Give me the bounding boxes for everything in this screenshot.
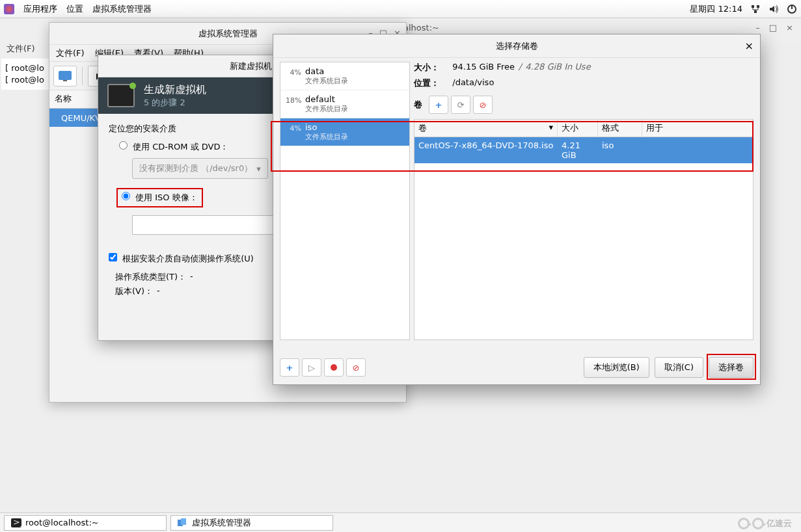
taskbar-terminal[interactable]: >_ root@localhost:~ [4, 515, 167, 531]
delete-pool-button[interactable]: ⊘ [346, 358, 366, 377]
size-sep: / [519, 62, 521, 73]
os-type-label: 操作系统类型(T)： [115, 271, 186, 283]
vmm-new-button[interactable] [53, 66, 77, 86]
volume-table: 卷▾ 大小 格式 用于 CentOS-7-x86_64-DVD-1708.iso… [414, 119, 753, 340]
delete-icon: ⊘ [480, 100, 487, 110]
vmm-icon [178, 518, 188, 527]
plus-icon: + [286, 363, 293, 373]
terminal-title: alhost:~ [403, 23, 439, 33]
pool-usage: 4% [286, 66, 301, 77]
menu-vmm[interactable]: 虚拟系统管理器 [92, 3, 152, 15]
os-version-label: 版本(V)： [115, 286, 153, 297]
size-free: 94.15 GiB Free [452, 62, 515, 73]
size-label: 大小： [414, 62, 439, 73]
col-size[interactable]: 大小 [558, 120, 598, 137]
cdrom-combo[interactable]: 没有探测到介质 （/dev/sr0） ▾ [132, 158, 268, 179]
delete-icon: ⊘ [353, 363, 360, 373]
os-version-value: - [157, 286, 160, 297]
terminal-icon: >_ [11, 518, 21, 527]
refresh-icon: ⟳ [457, 100, 465, 110]
radio-cdrom-label: 使用 CD-ROM 或 DVD： [133, 142, 228, 152]
location-label: 位置： [414, 77, 439, 89]
pool-item-data[interactable]: 4% data文件系统目录 [280, 62, 409, 90]
storage-dialog-title: 选择存储卷 [496, 40, 538, 52]
radio-iso-label: 使用 ISO 映像： [135, 193, 198, 202]
taskbar-label: root@localhost:~ [25, 518, 99, 527]
pool-name: iso [305, 122, 348, 132]
vol-usedby [642, 137, 753, 163]
taskbar: >_ root@localhost:~ 虚拟系统管理器 [0, 512, 801, 532]
pool-type: 文件系统目录 [305, 104, 348, 114]
choose-volume-button[interactable]: 选择卷 [709, 357, 753, 378]
col-volume[interactable]: 卷▾ [414, 120, 558, 137]
volumes-heading: 卷 [414, 99, 422, 111]
new-vm-title: 新建虚拟机 [230, 60, 272, 72]
vol-name: CentOS-7-x86_64-DVD-1708.iso [414, 137, 558, 163]
highlight-iso-option: 使用 ISO 映像： [116, 188, 203, 207]
power-icon[interactable] [787, 4, 797, 14]
col-format[interactable]: 格式 [598, 120, 642, 137]
pool-type: 文件系统目录 [305, 132, 348, 142]
add-pool-button[interactable]: + [280, 358, 299, 377]
separator [82, 67, 83, 85]
volume-row[interactable]: CentOS-7-x86_64-DVD-1708.iso 4.21 GiB is… [414, 137, 753, 163]
taskbar-label: 虚拟系统管理器 [192, 517, 251, 529]
svg-text:>_: >_ [13, 518, 21, 527]
volume-icon[interactable] [768, 4, 779, 14]
svg-rect-0 [752, 5, 754, 8]
new-vm-icon [107, 84, 135, 107]
new-volume-button[interactable]: + [429, 96, 448, 114]
delete-volume-button[interactable]: ⊘ [473, 96, 493, 114]
location-value: /data/viso [452, 77, 494, 89]
plus-icon: + [435, 100, 442, 110]
radio-cdrom[interactable]: 使用 CD-ROM 或 DVD： [119, 142, 228, 152]
os-type-value: - [190, 271, 193, 283]
autodetect-checkbox[interactable]: 根据安装介质自动侦测操作系统(U) [109, 254, 254, 263]
pool-name: default [305, 94, 348, 104]
refresh-volumes-button[interactable]: ⟳ [451, 96, 470, 114]
stop-pool-button[interactable] [324, 358, 344, 377]
browse-local-button[interactable]: 本地浏览(B) [584, 357, 649, 378]
new-vm-step: 5 的步骤 2 [144, 97, 206, 109]
pool-item-default[interactable]: 18% default文件系统目录 [280, 90, 409, 118]
svg-rect-6 [63, 80, 67, 81]
network-icon[interactable] [750, 4, 761, 14]
radio-iso[interactable]: 使用 ISO 映像： [122, 192, 198, 204]
storage-close-icon[interactable]: × [745, 40, 753, 52]
play-icon: ▷ [308, 363, 315, 373]
stop-icon [331, 364, 337, 371]
terminal-close-icon[interactable]: × [786, 23, 793, 33]
vmm-title: 虚拟系统管理器 [198, 28, 258, 40]
iso-path-input[interactable] [132, 215, 275, 235]
distro-icon [4, 4, 14, 14]
svg-rect-10 [181, 518, 186, 525]
menu-applications[interactable]: 应用程序 [23, 3, 57, 15]
size-used: 4.28 GiB In Use [525, 62, 590, 73]
terminal-file-menu[interactable]: 文件(F) [1, 40, 40, 57]
col-usedby[interactable]: 用于 [642, 120, 753, 137]
autodetect-label: 根据安装介质自动侦测操作系统(U) [122, 254, 254, 263]
start-pool-button[interactable]: ▷ [302, 358, 321, 377]
new-vm-header: 生成新虚拟机 [144, 83, 206, 97]
storage-pool-list: 4% data文件系统目录 18% default文件系统目录 4% iso文件… [280, 62, 410, 340]
terminal-min-icon[interactable]: – [755, 23, 760, 33]
storage-cancel-button[interactable]: 取消(C) [655, 357, 703, 378]
chevron-down-icon: ▾ [256, 164, 261, 174]
svg-rect-5 [59, 71, 72, 80]
pool-type: 文件系统目录 [305, 76, 348, 86]
terminal-max-icon[interactable]: □ [769, 23, 777, 33]
taskbar-vmm[interactable]: 虚拟系统管理器 [170, 515, 333, 531]
pool-usage: 18% [286, 94, 301, 105]
pool-usage: 4% [286, 122, 301, 133]
watermark: 亿速云 [738, 518, 792, 529]
pool-item-iso[interactable]: 4% iso文件系统目录 [280, 118, 409, 146]
svg-rect-1 [757, 5, 759, 8]
vol-size: 4.21 GiB [558, 137, 598, 163]
system-topbar: 应用程序 位置 虚拟系统管理器 星期四 12:14 [0, 0, 801, 18]
chevron-down-icon: ▾ [549, 122, 553, 134]
vol-format: iso [598, 137, 642, 163]
pool-name: data [305, 66, 348, 76]
menu-places[interactable]: 位置 [66, 3, 83, 15]
clock-label: 星期四 12:14 [690, 3, 742, 15]
vmm-menu-file[interactable]: 文件(F) [56, 47, 85, 59]
